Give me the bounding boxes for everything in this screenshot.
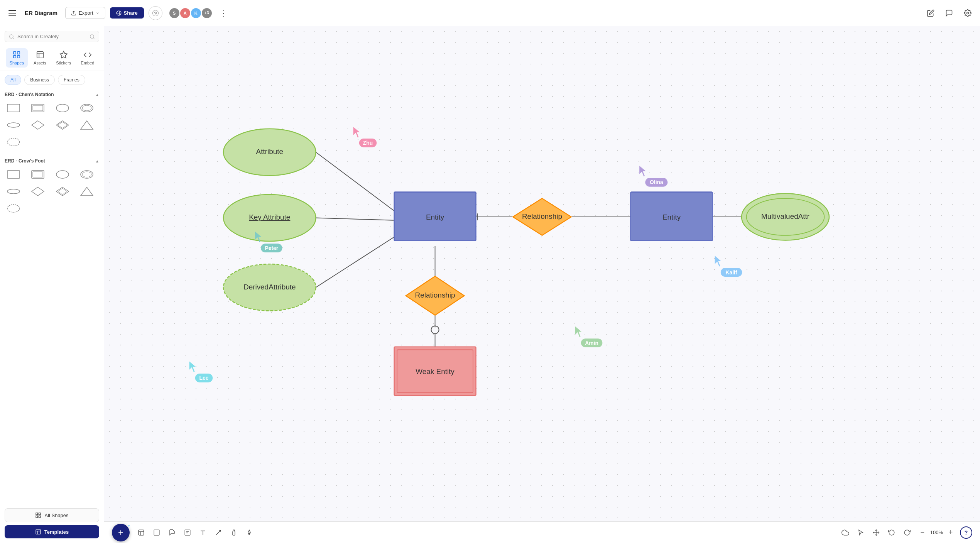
svg-marker-62 [639,166,645,177]
cf-double-ellipse[interactable] [78,167,96,181]
cloud-icon[interactable] [839,526,852,539]
comment-icon[interactable] [943,7,955,19]
svg-rect-10 [14,52,16,54]
svg-point-5 [967,12,969,14]
nav-shapes-label: Shapes [10,61,24,65]
frame-tool[interactable] [134,526,148,540]
crowsfoot-shapes-grid [5,167,99,215]
chen-notation-header[interactable]: ERD - Chen's Notation ▲ [5,92,99,97]
text-tool[interactable] [196,526,210,540]
svg-line-9 [93,37,95,39]
share-button[interactable]: Share [110,7,144,19]
edit-icon[interactable] [924,7,937,19]
topbar: ER Diagram Export Share S A K +3 ⋮ [0,0,980,26]
svg-text:Kalif: Kalif [726,269,737,276]
nav-embed[interactable]: Embed [77,48,98,68]
svg-line-47 [316,152,394,210]
svg-rect-14 [37,52,43,58]
add-button[interactable]: + [112,524,130,541]
move-icon[interactable] [870,526,882,539]
crowsfoot-header[interactable]: ERD - Crow's Foot ▲ [5,158,99,164]
menu-button[interactable] [6,6,20,20]
svg-text:Olina: Olina [650,179,663,185]
svg-rect-28 [7,171,20,178]
cursor-lee: Lee [189,362,213,382]
diagram-title: ER Diagram [25,10,57,16]
svg-point-33 [82,172,91,177]
cf-diamond[interactable] [29,184,47,198]
chen-double-ellipse[interactable] [78,101,96,115]
cursor-amin: Amin [575,326,603,347]
svg-marker-35 [32,187,44,196]
cf-double-rect[interactable] [29,167,47,181]
nav-assets-label: Assets [34,61,46,65]
grid-icon [35,512,41,518]
help-button[interactable]: ? [960,526,972,539]
chen-diamond[interactable] [29,118,47,132]
derived-attribute-label: DerivedAttribute [243,283,296,291]
topbar-right [924,7,974,19]
svg-point-22 [7,123,20,127]
svg-marker-15 [60,51,67,58]
svg-rect-16 [7,104,20,112]
zoom-minus-button[interactable]: − [916,526,929,539]
svg-text:Peter: Peter [265,245,278,251]
chen-flat-ellipse[interactable] [5,118,22,132]
chen-rect[interactable] [5,101,22,115]
rect-tool[interactable] [150,526,164,540]
nav-assets[interactable]: Assets [30,48,50,68]
bottle-tool[interactable] [227,526,241,540]
cf-triangle[interactable] [78,184,96,198]
search-icon [9,34,14,39]
sticky-tool[interactable] [165,526,179,540]
svg-marker-26 [81,121,93,129]
filter-frames[interactable]: Frames [58,75,85,85]
nav-stickers-label: Stickers [56,61,71,65]
cf-rect[interactable] [5,167,22,181]
zoom-plus-button[interactable]: + [945,526,957,539]
svg-text:Amin: Amin [585,340,598,346]
nav-stickers[interactable]: Stickers [52,48,75,68]
chen-double-rect[interactable] [29,101,47,115]
templates-button[interactable]: Templates [5,525,99,538]
filter-all[interactable]: All [5,75,21,85]
note-tool[interactable] [181,526,194,540]
svg-point-8 [90,34,94,38]
svg-rect-40 [36,513,38,515]
fire-tool[interactable] [242,526,256,540]
svg-point-31 [56,171,69,178]
all-shapes-button[interactable]: All Shapes [5,508,99,522]
settings-icon[interactable] [961,7,974,19]
bottombar: + − 1 [104,521,980,543]
cf-flat-ellipse[interactable] [5,184,22,198]
svg-point-27 [7,138,20,146]
svg-marker-68 [715,256,721,267]
templates-label: Templates [44,529,69,535]
cf-ellipse[interactable] [54,167,71,181]
search-input[interactable] [17,34,86,39]
entity2-label: Entity [662,213,681,221]
chen-double-diamond[interactable] [54,118,71,132]
crowsfoot-collapse-icon: ▲ [95,159,99,163]
svg-rect-12 [14,56,16,58]
cf-double-diamond[interactable] [54,184,71,198]
nav-icons: Shapes Assets Stickers Embed [0,45,104,71]
canvas[interactable]: Attribute Key Attribute DerivedAttribute… [104,26,980,521]
more-options-button[interactable]: ⋮ [217,7,230,19]
crowsfoot-title: ERD - Crow's Foot [5,158,45,164]
cf-dashed-ellipse[interactable] [5,201,22,215]
chen-triangle[interactable] [78,118,96,132]
ai-button[interactable] [149,6,162,20]
redo-icon[interactable] [901,526,913,539]
nav-shapes[interactable]: Shapes [6,48,28,68]
chen-ellipse[interactable] [54,101,71,115]
export-button[interactable]: Export [65,7,105,19]
relationship1-label: Relationship [522,212,562,220]
cursor-select-icon[interactable] [855,526,867,539]
filter-business[interactable]: Business [24,75,55,85]
undo-icon[interactable] [885,526,898,539]
svg-point-34 [7,189,20,194]
arrow-tool[interactable] [211,526,225,540]
chen-dashed-ellipse[interactable] [5,135,22,149]
avatar-a: A [179,7,191,19]
